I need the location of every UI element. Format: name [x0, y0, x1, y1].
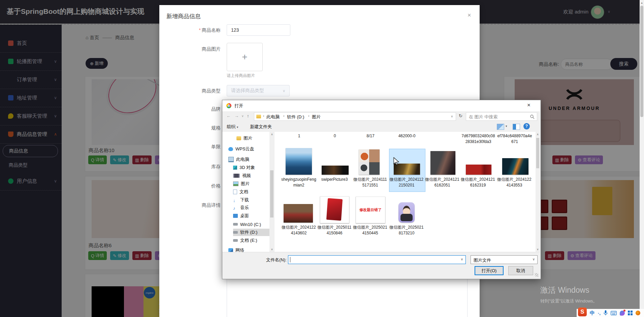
file-thumbnail-reddead[interactable] [466, 165, 491, 175]
file-label[interactable]: 1 [281, 133, 317, 139]
product-name-input[interactable] [227, 24, 290, 36]
field-label-stock: 库存 [167, 164, 221, 170]
field-label-image: 商品图片 [167, 46, 221, 52]
filename-input[interactable]: ∨ [288, 255, 466, 264]
file-thumbnail-red-pc[interactable] [320, 196, 349, 223]
recent-locations-chevron-icon[interactable]: ∨ [242, 114, 244, 118]
download-icon: ↓ [233, 198, 238, 202]
nav-scrollbar[interactable]: ∧ ∨ [269, 132, 275, 252]
crumb-drive-d[interactable]: 软件 (D:) [287, 114, 304, 120]
ime-language-icon[interactable]: 中 [590, 310, 595, 316]
scrollbar-thumb[interactable] [270, 170, 273, 218]
file-name[interactable]: sheyingzuopinFengmian2 [281, 177, 317, 188]
file-name[interactable]: 微信图片_20250114150846 [317, 225, 352, 236]
file-label[interactable]: ef784c6488970a4e671 [497, 133, 533, 145]
resize-grip[interactable] [535, 273, 538, 277]
file-thumbnail-lake[interactable] [286, 148, 312, 175]
dialog-close-icon[interactable]: × [527, 102, 530, 109]
nav-wps-cloud[interactable]: WPS云盘 [228, 145, 276, 153]
file-name[interactable]: 微信图片_20241216162319 [460, 177, 496, 188]
keyboard-icon[interactable] [611, 311, 617, 315]
back-icon[interactable]: ← [226, 113, 231, 118]
sogou-icon[interactable]: S [578, 308, 587, 316]
file-name[interactable]: 微信图片_20241224143602 [281, 225, 317, 236]
file-label[interactable]: 0 [317, 133, 353, 139]
new-folder-button[interactable]: 新建文件夹 [250, 124, 272, 130]
file-name[interactable]: swiperPicture3 [317, 177, 352, 182]
file-name[interactable]: 微信图片_20241224143553 [496, 177, 532, 188]
preview-pane-icon[interactable] [513, 124, 520, 130]
scrollbar-thumb[interactable] [640, 6, 643, 117]
browser-scrollbar[interactable]: ▲ [640, 0, 644, 317]
scroll-down-icon[interactable]: ∨ [269, 248, 275, 251]
taskbar-tray: S 中 ·, [577, 309, 644, 317]
image-upload-box[interactable]: + [227, 43, 263, 71]
nav-this-pc[interactable]: 此电脑 [228, 156, 276, 163]
file-name[interactable]: 微信图片_20241115171551 [352, 177, 388, 188]
file-label[interactable]: 8/17 [353, 133, 388, 139]
dialog-title: 打开 [234, 103, 243, 109]
ime-punctuation-icon[interactable]: ·, [598, 311, 601, 316]
address-dropdown-chevron-icon[interactable]: ∨ [451, 115, 453, 118]
field-label-name: *商品名称 [167, 27, 221, 33]
file-thumbnail-red-text[interactable]: 修改题目错了 [356, 197, 385, 223]
up-icon[interactable]: ↑ [247, 113, 249, 118]
open-file-dialog: 打开 × ← → ∨ ↑ › 此电脑 › 软件 (D:) › 图片 ∨ ↻ 在 … [222, 100, 541, 279]
drive-icon [233, 239, 238, 242]
file-thumbnail-avatar[interactable] [398, 202, 415, 223]
screen: 基于SpringBoot的网上购物商城设计与实现 欢迎 admin ∨ 首页 轮… [0, 0, 644, 317]
folder-icon [256, 115, 261, 118]
filetype-select[interactable]: 图片文件 ∨ [471, 255, 538, 264]
crumb-this-pc[interactable]: 此电脑 [266, 114, 280, 120]
file-thumbnail-boxing[interactable] [430, 151, 455, 175]
activate-watermark: 激活 Windows 转到"设置"以激活 Windows。 [540, 285, 598, 304]
crumb-pictures[interactable]: 图片 [312, 114, 321, 120]
file-label[interactable]: 7d6798032480c0828381e30fda3 [460, 133, 496, 145]
file-list-scrollbar[interactable]: ∧ ∨ [536, 132, 540, 252]
file-thumbnail-rooster-collage[interactable] [359, 149, 380, 175]
input-method-logo-icon[interactable] [620, 311, 625, 316]
cancel-button[interactable]: 取消 [508, 266, 533, 275]
dialog-titlebar[interactable]: 打开 × [222, 100, 540, 111]
search-box[interactable]: 在 图片 中搜索 [466, 112, 537, 121]
file-name[interactable]: 微信图片_20250218173210 [389, 225, 424, 236]
file-thumbnail-dark-wide[interactable] [322, 166, 349, 175]
modal-title: 新增商品信息 [166, 12, 201, 20]
magnifier-icon [530, 114, 535, 119]
cloud-icon [228, 147, 233, 151]
image-upload-hint: 请上传商品图片 [227, 73, 255, 79]
scroll-up-icon[interactable]: ▲ [640, 1, 644, 4]
file-name[interactable]: 微信图片_20241216162051 [424, 177, 460, 188]
dialog-nav-pane: 图片 WPS云盘 此电脑 3D 对象 视频 图片 文档 ↓ 下载 [222, 132, 269, 252]
document-icon [233, 190, 237, 194]
chevron-right-icon: › [263, 114, 264, 118]
open-button[interactable]: 打开(O) [475, 266, 504, 275]
scroll-up-icon[interactable]: ∧ [536, 133, 540, 136]
view-thumbnails-icon[interactable] [497, 124, 504, 130]
product-type-select[interactable]: 请选择商品类型 ∨ [227, 85, 290, 96]
file-label[interactable]: 462000-0 [389, 133, 425, 139]
refresh-icon[interactable]: ↻ [459, 113, 462, 118]
view-dropdown-icon[interactable]: ▾ [506, 124, 507, 128]
file-name-selected[interactable]: 微信图片_20241122150201 [389, 177, 424, 188]
chevron-down-icon: ∨ [283, 89, 285, 93]
organize-button[interactable]: 组织 ▾ [227, 124, 238, 130]
address-bar[interactable]: › 此电脑 › 软件 (D:) › 图片 ∨ [254, 112, 456, 121]
tray-emoji-icon[interactable] [636, 311, 640, 315]
field-label-limit: 单限 [167, 144, 221, 150]
help-icon[interactable]: ? [523, 123, 530, 129]
scroll-up-icon[interactable]: ∧ [269, 133, 275, 136]
file-thumbnail-cafe[interactable] [284, 204, 313, 223]
modal-close-icon[interactable]: × [468, 12, 471, 19]
nav-drive-d-selected[interactable]: 软件 (D:) [233, 229, 269, 236]
scrollbar-thumb[interactable] [536, 138, 539, 168]
filename-dropdown-chevron-icon[interactable]: ∨ [461, 257, 463, 261]
app-grid-icon[interactable] [628, 311, 633, 315]
scroll-down-icon[interactable]: ∨ [536, 248, 540, 251]
forward-icon[interactable]: → [234, 113, 239, 118]
chevron-right-icon: › [308, 114, 309, 118]
file-name[interactable]: 微信图片_20250214150445 [352, 225, 388, 236]
filetype-chevron-icon: ∨ [533, 257, 535, 261]
file-thumbnail-esports[interactable] [502, 158, 528, 175]
microphone-icon[interactable] [604, 310, 608, 316]
